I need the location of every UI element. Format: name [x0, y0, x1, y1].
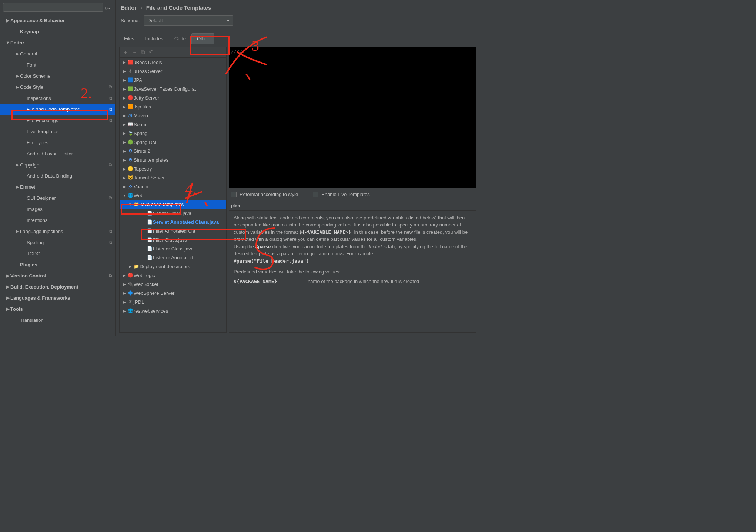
project-override-icon: ⧉ [109, 240, 112, 245]
arrow-icon: ▶ [5, 307, 10, 312]
template-item-label: jPDL [134, 299, 144, 305]
sidebar-item-font[interactable]: Font [0, 59, 115, 70]
template-item-label: Filter Class.java [153, 237, 187, 243]
sidebar-item-version-control[interactable]: ▶Version Control⧉ [0, 270, 115, 281]
sidebar-item-build-execution-deployment[interactable]: ▶Build, Execution, Deployment [0, 281, 115, 292]
sidebar-item-images[interactable]: Images [0, 203, 115, 215]
template-type-icon: 🟡 [127, 166, 134, 171]
sidebar-item-file-and-code-templates[interactable]: File and Code Templates⧉ [0, 104, 115, 115]
sidebar-item-android-layout-editor[interactable]: Android Layout Editor [0, 148, 115, 159]
sidebar-item-translation[interactable]: Translation [0, 314, 115, 326]
template-item-tomcat-server[interactable]: ▶🐱 Tomcat Server [120, 173, 226, 182]
template-item-java-code-templates[interactable]: ▼📁 Java code templates [120, 200, 226, 209]
divider [116, 30, 480, 30]
template-item-filter-class-java[interactable]: 📄 Filter Class.java [120, 235, 226, 244]
template-item-struts-2[interactable]: ▶⚙ Struts 2 [120, 147, 226, 155]
template-item-jboss-drools[interactable]: ▶🟥 JBoss Drools [120, 58, 226, 67]
template-item-javaserver-faces-configurat[interactable]: ▶🟩 JavaServer Faces Configurat [120, 84, 226, 93]
reformat-checkbox[interactable]: Reformat according to style [231, 192, 298, 197]
template-item-jpa[interactable]: ▶🟦 JPA [120, 75, 226, 84]
template-item-label: WebSphere Server [134, 290, 174, 296]
sidebar-item-intentions[interactable]: Intentions [0, 215, 115, 226]
sidebar-item-live-templates[interactable]: Live Templates [0, 126, 115, 137]
search-icon[interactable]: ⌕▾ [103, 4, 112, 10]
template-type-icon: 📁 [133, 202, 140, 207]
sidebar-item-appearance-behavior[interactable]: ▶Appearance & Behavior [0, 15, 115, 26]
sidebar-item-languages-frameworks[interactable]: ▶Languages & Frameworks [0, 292, 115, 303]
template-item-spring[interactable]: ▶🍃 Spring [120, 129, 226, 138]
template-item-websphere-server[interactable]: ▶🔷 WebSphere Server [120, 289, 226, 297]
sidebar-item-spelling[interactable]: Spelling⧉ [0, 237, 115, 248]
arrow-icon: ▶ [122, 176, 127, 180]
sidebar-item-file-types[interactable]: File Types [0, 137, 115, 148]
sidebar-item-todo[interactable]: TODO [0, 248, 115, 259]
template-item-websocket[interactable]: ▶🔌 WebSocket [120, 280, 226, 289]
sidebar-item-keymap[interactable]: Keymap [0, 26, 115, 37]
template-item-deployment-descriptors[interactable]: ▶📁 Deployment descriptors [120, 262, 226, 271]
template-type-icon: 🟥 [127, 60, 134, 65]
tab-files[interactable]: Files [118, 33, 140, 44]
copy-icon[interactable]: ⧉ [141, 49, 145, 56]
live-templates-checkbox[interactable]: Enable Live Templates [313, 192, 370, 197]
tab-code[interactable]: Code [169, 33, 191, 44]
add-icon[interactable]: ＋ [123, 49, 128, 56]
template-item-label: restwebservices [134, 308, 168, 314]
template-item-jboss-server[interactable]: ▶✳ JBoss Server [120, 67, 226, 75]
template-item-weblogic[interactable]: ▶🔴 WebLogic [120, 271, 226, 280]
template-item-spring-dm[interactable]: ▶🟢 Spring DM [120, 138, 226, 147]
template-item-seam[interactable]: ▶📖 Seam [120, 120, 226, 129]
template-item-label: Web [134, 193, 144, 198]
scheme-select[interactable]: Default ▾ [144, 15, 233, 26]
arrow-icon: ▶ [5, 284, 10, 289]
template-item-filter-annotated-cla[interactable]: 📄 Filter Annotated Cla [120, 226, 226, 235]
sidebar-item-plugins[interactable]: Plugins [0, 259, 115, 270]
tab-includes[interactable]: Includes [140, 33, 168, 44]
project-override-icon: ⧉ [109, 95, 112, 101]
template-item-jsp-files[interactable]: ▶🟧 Jsp files [120, 102, 226, 111]
template-item-label: JBoss Drools [134, 60, 162, 65]
breadcrumb-seg1[interactable]: Editor [121, 4, 137, 11]
template-item-servlet-class-java[interactable]: 📄 Servlet Class.java [120, 209, 226, 218]
template-item-listener-annotated[interactable]: 📄 Listener Annotated [120, 253, 226, 262]
template-type-icon: 📄 [146, 237, 153, 242]
sidebar-item-language-injections[interactable]: ▶Language Injections⧉ [0, 226, 115, 237]
revert-icon[interactable]: ↶ [149, 49, 154, 56]
sidebar-item-emmet[interactable]: ▶Emmet [0, 181, 115, 192]
template-type-icon: 🟧 [127, 104, 134, 109]
sidebar-item-gui-designer[interactable]: GUI Designer⧉ [0, 192, 115, 203]
sidebar-item-file-encodings[interactable]: File Encodings⧉ [0, 115, 115, 126]
template-item-restwebservices[interactable]: ▶🌐 restwebservices [120, 306, 226, 315]
sidebar-item-tools[interactable]: ▶Tools [0, 303, 115, 314]
arrow-icon: ▶ [5, 296, 10, 300]
template-type-icon: 🔌 [127, 282, 134, 287]
template-item-jetty-server[interactable]: ▶🔴 Jetty Server [120, 93, 226, 102]
sidebar-item-copyright[interactable]: ▶Copyright⧉ [0, 159, 115, 170]
template-tree[interactable]: ▶🟥 JBoss Drools▶✳ JBoss Server▶🟦 JPA▶🟩 J… [120, 58, 226, 332]
sidebar-item-color-scheme[interactable]: ▶Color Scheme [0, 70, 115, 81]
main-panel: Editor › File and Code Templates Scheme:… [116, 0, 480, 336]
template-editor[interactable]: //// [229, 47, 476, 188]
template-item-web[interactable]: ▼🌐 Web [120, 191, 226, 200]
sidebar-item-code-style[interactable]: ▶Code Style⧉ [0, 81, 115, 92]
template-item-jpdl[interactable]: ▶✳ jPDL [120, 297, 226, 306]
scheme-label: Scheme: [121, 18, 140, 23]
template-item-vaadin[interactable]: ▶}> Vaadin [120, 182, 226, 191]
sidebar-item-android-data-binding[interactable]: Android Data Binding [0, 170, 115, 181]
template-item-servlet-annotated-class-java[interactable]: 📄 Servlet Annotated Class.java [120, 218, 226, 226]
tab-other[interactable]: Other [191, 33, 215, 44]
template-type-icon: 🟩 [127, 86, 134, 91]
arrow-icon: ▶ [122, 78, 127, 82]
sidebar-item-editor[interactable]: ▼Editor [0, 37, 115, 48]
template-item-maven[interactable]: ▶m Maven [120, 111, 226, 120]
sidebar-item-inspections[interactable]: Inspections⧉ [0, 92, 115, 104]
sidebar-item-label: File Encodings [27, 118, 109, 123]
template-item-tapestry[interactable]: ▶🟡 Tapestry [120, 164, 226, 173]
search-input[interactable] [3, 3, 103, 12]
sidebar-item-label: File Types [27, 140, 112, 145]
template-item-label: JPA [134, 77, 142, 83]
sidebar-item-general[interactable]: ▶General [0, 48, 115, 59]
template-item-listener-class-java[interactable]: 📄 Listener Class.java [120, 244, 226, 253]
template-item-struts-templates[interactable]: ▶⚙ Struts templates [120, 155, 226, 164]
arrow-icon: ▶ [122, 185, 127, 189]
remove-icon[interactable]: － [132, 49, 137, 56]
